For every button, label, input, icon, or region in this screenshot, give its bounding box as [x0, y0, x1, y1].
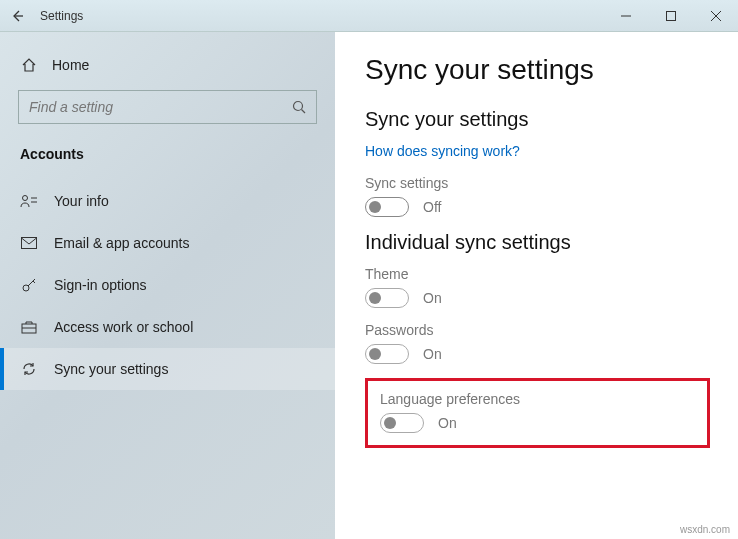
- lang-toggle[interactable]: [380, 413, 424, 433]
- lang-state: On: [438, 415, 457, 431]
- sidebar-item-sync[interactable]: Sync your settings: [0, 348, 335, 390]
- theme-label: Theme: [365, 266, 738, 282]
- sync-settings-state: Off: [423, 199, 441, 215]
- svg-point-5: [294, 102, 303, 111]
- person-icon: [20, 192, 38, 210]
- search-icon: [292, 100, 306, 114]
- search-box[interactable]: [18, 90, 317, 124]
- sidebar-item-your-info[interactable]: Your info: [0, 180, 335, 222]
- svg-rect-10: [22, 238, 37, 249]
- home-label: Home: [52, 57, 89, 73]
- passwords-label: Passwords: [365, 322, 738, 338]
- highlight-box: Language preferences On: [365, 378, 710, 448]
- titlebar: Settings: [0, 0, 738, 32]
- passwords-state: On: [423, 346, 442, 362]
- watermark: wsxdn.com: [680, 524, 730, 535]
- svg-point-7: [23, 196, 28, 201]
- sidebar-item-label: Email & app accounts: [54, 235, 189, 251]
- category-heading: Accounts: [0, 146, 335, 180]
- sync-icon: [20, 360, 38, 378]
- svg-line-6: [302, 110, 306, 114]
- back-icon[interactable]: [10, 9, 24, 23]
- sidebar-item-label: Sign-in options: [54, 277, 147, 293]
- window-title: Settings: [40, 9, 83, 23]
- sidebar-item-signin[interactable]: Sign-in options: [0, 264, 335, 306]
- search-input[interactable]: [29, 99, 292, 115]
- sidebar-item-label: Your info: [54, 193, 109, 209]
- mail-icon: [20, 234, 38, 252]
- passwords-toggle[interactable]: [365, 344, 409, 364]
- minimize-button[interactable]: [603, 0, 648, 32]
- svg-rect-2: [666, 11, 675, 20]
- key-icon: [20, 276, 38, 294]
- main-content: Sync your settings Sync your settings Ho…: [335, 32, 738, 539]
- sidebar-item-label: Sync your settings: [54, 361, 168, 377]
- help-link[interactable]: How does syncing work?: [365, 143, 738, 159]
- theme-state: On: [423, 290, 442, 306]
- sidebar-item-label: Access work or school: [54, 319, 193, 335]
- svg-line-13: [33, 281, 35, 283]
- sidebar-item-work[interactable]: Access work or school: [0, 306, 335, 348]
- home-icon: [20, 56, 38, 74]
- page-title: Sync your settings: [365, 54, 738, 86]
- sync-settings-label: Sync settings: [365, 175, 738, 191]
- sidebar-item-email[interactable]: Email & app accounts: [0, 222, 335, 264]
- maximize-button[interactable]: [648, 0, 693, 32]
- briefcase-icon: [20, 318, 38, 336]
- sync-settings-toggle[interactable]: [365, 197, 409, 217]
- lang-label: Language preferences: [380, 391, 695, 407]
- home-nav[interactable]: Home: [0, 50, 335, 90]
- close-button[interactable]: [693, 0, 738, 32]
- section-heading-sync: Sync your settings: [365, 108, 738, 131]
- theme-toggle[interactable]: [365, 288, 409, 308]
- sidebar: Home Accounts Your info Email & app: [0, 32, 335, 539]
- section-heading-individual: Individual sync settings: [365, 231, 738, 254]
